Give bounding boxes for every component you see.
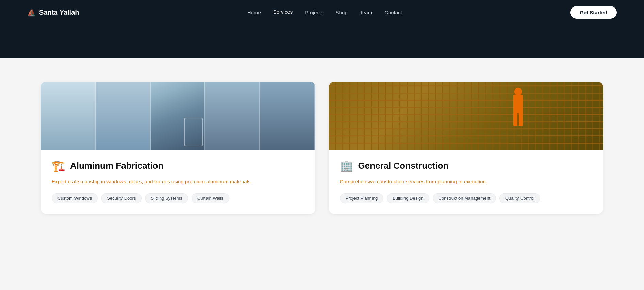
nav-shop[interactable]: Shop <box>335 10 347 15</box>
tag-custom-windows: Custom Windows <box>52 193 98 203</box>
nav-projects[interactable]: Projects <box>305 10 323 15</box>
nav-home[interactable]: Home <box>247 10 261 15</box>
rebar-grid-visual <box>329 82 604 150</box>
worker-head <box>514 88 522 95</box>
alum-panel-3 <box>151 82 205 150</box>
navbar: ⛵ Santa Yallah Home Services Projects Sh… <box>0 0 644 58</box>
brand-name: Santa Yallah <box>39 9 79 16</box>
construction-icon: 🏢 <box>340 159 353 172</box>
nav-contact[interactable]: Contact <box>384 10 402 15</box>
worker-leg-right <box>519 112 523 126</box>
alum-panels-visual <box>41 82 315 150</box>
tag-project-planning: Project Planning <box>340 193 384 203</box>
nav-team[interactable]: Team <box>360 10 373 15</box>
tag-sliding-systems: Sliding Systems <box>145 193 188 203</box>
worker-leg-left <box>513 112 517 126</box>
brand-logo[interactable]: ⛵ Santa Yallah <box>27 9 79 17</box>
nav-right: Get Started <box>570 6 617 19</box>
card-body-aluminum: 🏗️ Aluminum Fabrication Expert craftsman… <box>41 150 315 214</box>
worker-body <box>513 95 523 113</box>
get-started-button[interactable]: Get Started <box>570 6 617 19</box>
service-card-construction: 🏢 General Construction Comprehensive con… <box>329 82 604 214</box>
card-title-row-construction: 🏢 General Construction <box>340 159 593 172</box>
aluminum-tags: Custom Windows Security Doors Sliding Sy… <box>52 193 304 203</box>
service-card-aluminum: 🏗️ Aluminum Fabrication Expert craftsman… <box>41 82 315 214</box>
nav-links: Home Services Projects Shop Team Contact <box>247 9 402 16</box>
construction-description: Comprehensive construction services from… <box>340 178 593 186</box>
tag-curtain-walls: Curtain Walls <box>192 193 229 203</box>
services-grid: 🏗️ Aluminum Fabrication Expert craftsman… <box>41 82 603 214</box>
tag-construction-management: Construction Management <box>433 193 496 203</box>
tag-quality-control: Quality Control <box>499 193 540 203</box>
card-title-row-aluminum: 🏗️ Aluminum Fabrication <box>52 159 304 172</box>
worker-figure <box>508 85 528 126</box>
alum-panel-2 <box>96 82 150 150</box>
main-content: 🏗️ Aluminum Fabrication Expert craftsman… <box>0 58 644 290</box>
tag-building-design: Building Design <box>387 193 429 203</box>
card-image-construction <box>329 82 604 150</box>
aluminum-icon: 🏗️ <box>52 159 65 172</box>
brand-icon: ⛵ <box>27 9 36 17</box>
construction-tags: Project Planning Building Design Constru… <box>340 193 593 203</box>
construction-title: General Construction <box>358 161 449 171</box>
aluminum-title: Aluminum Fabrication <box>70 161 163 171</box>
nav-services[interactable]: Services <box>273 9 293 16</box>
tag-security-doors: Security Doors <box>101 193 142 203</box>
aluminum-description: Expert craftsmanship in windows, doors, … <box>52 178 304 186</box>
alum-panel-5 <box>260 82 315 150</box>
card-body-construction: 🏢 General Construction Comprehensive con… <box>329 150 604 214</box>
card-image-aluminum <box>41 82 315 150</box>
alum-panel-1 <box>41 82 96 150</box>
alum-panel-4 <box>205 82 260 150</box>
